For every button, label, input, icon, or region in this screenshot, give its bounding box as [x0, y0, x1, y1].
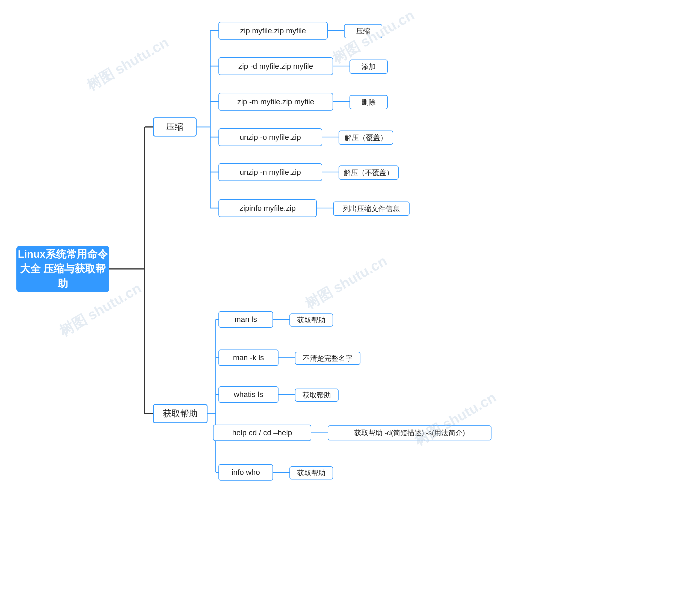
label-zip3: 删除 — [350, 95, 388, 109]
leaf-whatis: whatis ls — [219, 386, 278, 403]
label-unzip1: 解压（覆盖） — [339, 131, 393, 145]
watermark-4: 树图 shutu.cn — [302, 251, 391, 314]
leaf-helpcd: help cd / cd –help — [213, 424, 311, 441]
label-helpcd: 获取帮助 -d(简短描述) -s(用法简介) — [328, 425, 491, 441]
root-node: Linux系统常用命令大全 压缩与获取帮助 — [16, 246, 109, 292]
label-info: 获取帮助 — [289, 467, 333, 480]
label-whatis: 获取帮助 — [295, 389, 339, 402]
leaf-man1: man ls — [219, 311, 273, 328]
leaf-man2: man -k ls — [219, 350, 278, 366]
leaf-zip1: zip myfile.zip myfile — [219, 22, 328, 40]
leaf-zip2: zip -d myfile.zip myfile — [219, 57, 333, 75]
watermark-5: 树图 shutu.cn — [411, 388, 500, 450]
leaf-info: info who — [219, 464, 273, 481]
branch-help: 获取帮助 — [153, 404, 208, 423]
watermark-1: 树图 shutu.cn — [83, 33, 172, 95]
leaf-unzip1: unzip -o myfile.zip — [219, 128, 322, 146]
branch-compress: 压缩 — [153, 117, 197, 136]
label-zip1: 压缩 — [344, 24, 382, 38]
label-man2: 不清楚完整名字 — [295, 352, 360, 365]
connector-lines — [0, 0, 699, 616]
leaf-zipinfo: zipinfo myfile.zip — [219, 199, 317, 217]
leaf-zip3: zip -m myfile.zip myfile — [219, 93, 333, 110]
label-unzip2: 解压（不覆盖） — [339, 166, 399, 180]
leaf-unzip2: unzip -n myfile.zip — [219, 163, 322, 181]
label-zipinfo: 列出压缩文件信息 — [333, 201, 410, 216]
label-man1: 获取帮助 — [289, 313, 333, 327]
label-zip2: 添加 — [350, 60, 388, 74]
